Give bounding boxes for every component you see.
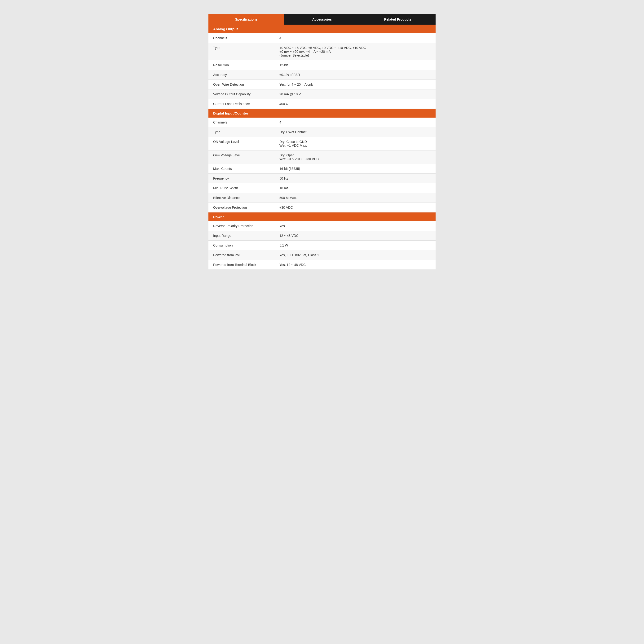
spec-label: Type — [208, 127, 275, 137]
table-row: Channels4 — [208, 33, 436, 43]
table-row: Voltage Output Capability20 mA @ 10 V — [208, 89, 436, 99]
table-row: Min. Pulse Width10 ms — [208, 183, 436, 193]
tab-accessories[interactable]: Accessories — [284, 14, 360, 25]
spec-value: 400 Ω — [275, 99, 436, 109]
section-header-2: Power — [208, 212, 436, 221]
table-row: Current Load Resistance400 Ω — [208, 99, 436, 109]
table-row: OFF Voltage LevelDry: OpenWet: +3.5 VDC … — [208, 150, 436, 164]
spec-label: Min. Pulse Width — [208, 183, 275, 193]
spec-value: +30 VDC — [275, 203, 436, 212]
table-row: Frequency50 Hz — [208, 174, 436, 183]
spec-value: Dry: OpenWet: +3.5 VDC ~ +30 VDC — [275, 150, 436, 164]
table-row: Effective Distance500 M Max. — [208, 193, 436, 203]
spec-label: Overvoltage Protection — [208, 203, 275, 212]
spec-value: 50 Hz — [275, 174, 436, 183]
tab-related-products[interactable]: Related Products — [360, 14, 436, 25]
spec-value: 5.1 W — [275, 241, 436, 250]
spec-value: +0 VDC ~ +5 VDC, ±5 VDC, +0 VDC ~ +10 VD… — [275, 43, 436, 60]
spec-value: 4 — [275, 33, 436, 43]
spec-label: Channels — [208, 118, 275, 127]
spec-label: Effective Distance — [208, 193, 275, 203]
tab-specifications[interactable]: Specifications — [208, 14, 284, 25]
sections-wrapper: Analog OutputChannels4Type+0 VDC ~ +5 VD… — [208, 25, 436, 270]
spec-value: Dry: Close to GNDWet: +1 VDC Max. — [275, 137, 436, 150]
spec-label: ON Voltage Level — [208, 137, 275, 150]
spec-table-0: Channels4Type+0 VDC ~ +5 VDC, ±5 VDC, +0… — [208, 33, 436, 109]
spec-value: Yes, for 4 ~ 20 mA only — [275, 80, 436, 89]
table-row: Type+0 VDC ~ +5 VDC, ±5 VDC, +0 VDC ~ +1… — [208, 43, 436, 60]
spec-value: Dry + Wet Contact — [275, 127, 436, 137]
spec-value: Yes, 12 ~ 48 VDC — [275, 260, 436, 270]
spec-label: Input Range — [208, 231, 275, 241]
spec-label: Resolution — [208, 60, 275, 70]
spec-value: ±0.1% of FSR — [275, 70, 436, 80]
table-row: Reverse Polarity ProtectionYes — [208, 221, 436, 231]
spec-value: Yes — [275, 221, 436, 231]
spec-label: Frequency — [208, 174, 275, 183]
table-row: Consumption5.1 W — [208, 241, 436, 250]
section-header-1: Digital Input/Counter — [208, 109, 436, 118]
spec-value: 16-bit (65535) — [275, 164, 436, 174]
spec-value: 500 M Max. — [275, 193, 436, 203]
spec-label: Type — [208, 43, 275, 60]
spec-label: Powered from PoE — [208, 250, 275, 260]
spec-label: Consumption — [208, 241, 275, 250]
main-container: Specifications Accessories Related Produ… — [208, 14, 436, 270]
spec-value: Yes, IEEE 802.3af, Class 1 — [275, 250, 436, 260]
table-row: Channels4 — [208, 118, 436, 127]
spec-label: Voltage Output Capability — [208, 89, 275, 99]
spec-label: Reverse Polarity Protection — [208, 221, 275, 231]
table-row: Powered from PoEYes, IEEE 802.3af, Class… — [208, 250, 436, 260]
table-row: Accuracy±0.1% of FSR — [208, 70, 436, 80]
table-row: ON Voltage LevelDry: Close to GNDWet: +1… — [208, 137, 436, 150]
table-row: Open Wire DetectionYes, for 4 ~ 20 mA on… — [208, 80, 436, 89]
spec-label: Current Load Resistance — [208, 99, 275, 109]
spec-table-2: Reverse Polarity ProtectionYesInput Rang… — [208, 221, 436, 270]
spec-label: Powered from Terminal Block — [208, 260, 275, 270]
spec-label: Accuracy — [208, 70, 275, 80]
table-row: Resolution12-bit — [208, 60, 436, 70]
table-row: Overvoltage Protection+30 VDC — [208, 203, 436, 212]
tab-bar: Specifications Accessories Related Produ… — [208, 14, 436, 25]
table-row: Input Range12 ~ 48 VDC — [208, 231, 436, 241]
spec-value: 4 — [275, 118, 436, 127]
spec-value: 12 ~ 48 VDC — [275, 231, 436, 241]
table-row: Powered from Terminal BlockYes, 12 ~ 48 … — [208, 260, 436, 270]
spec-label: Channels — [208, 33, 275, 43]
spec-value: 20 mA @ 10 V — [275, 89, 436, 99]
table-row: Max. Counts16-bit (65535) — [208, 164, 436, 174]
spec-table-1: Channels4TypeDry + Wet ContactON Voltage… — [208, 118, 436, 212]
spec-value: 12-bit — [275, 60, 436, 70]
spec-label: Max. Counts — [208, 164, 275, 174]
table-row: TypeDry + Wet Contact — [208, 127, 436, 137]
spec-label: OFF Voltage Level — [208, 150, 275, 164]
spec-value: 10 ms — [275, 183, 436, 193]
spec-label: Open Wire Detection — [208, 80, 275, 89]
section-header-0: Analog Output — [208, 25, 436, 33]
